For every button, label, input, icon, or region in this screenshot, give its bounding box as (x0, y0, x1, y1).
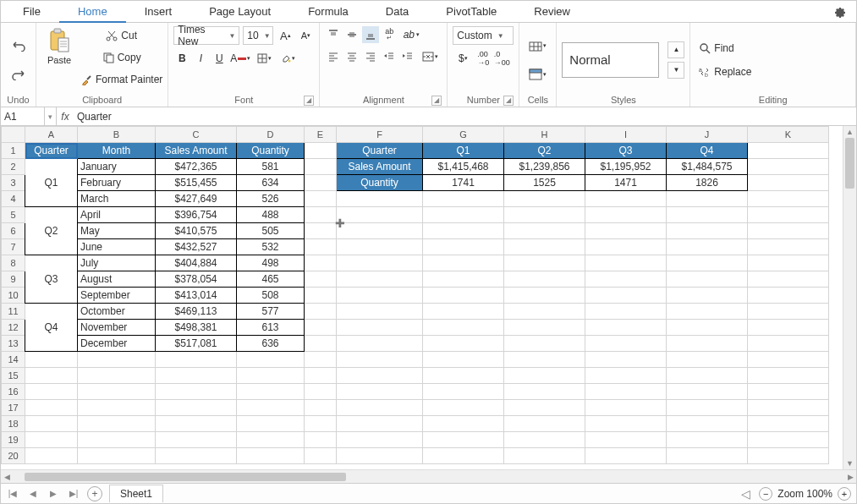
cell-D16[interactable] (237, 384, 305, 400)
cell-D7[interactable]: 532 (237, 239, 305, 255)
cell-I8[interactable] (585, 255, 667, 271)
vertical-scrollbar[interactable]: ▲ ▼ (843, 126, 856, 469)
cell-G4[interactable] (423, 191, 504, 207)
cell-D1[interactable]: Quantity (237, 143, 305, 159)
cell-F11[interactable] (337, 304, 423, 320)
cell-A19[interactable] (25, 432, 78, 448)
cell-B20[interactable] (78, 448, 156, 464)
cell-E16[interactable] (305, 384, 337, 400)
cell-F2[interactable]: Sales Amount (337, 159, 423, 175)
cell-C16[interactable] (156, 384, 237, 400)
cell-F13[interactable] (337, 336, 423, 352)
decrease-indent-icon[interactable] (381, 48, 398, 65)
cell-J3[interactable]: 1826 (667, 175, 748, 191)
cell-B17[interactable] (78, 400, 156, 416)
cell-K6[interactable] (748, 223, 829, 239)
fill-color-button[interactable]: ▾ (277, 50, 299, 67)
col-header-I[interactable]: I (585, 127, 667, 143)
wrap-text-icon[interactable]: ab↵ (381, 26, 398, 43)
cell-H2[interactable]: $1,239,856 (504, 159, 585, 175)
cell-D19[interactable] (237, 432, 305, 448)
menu-page-layout[interactable]: Page Layout (190, 1, 289, 23)
redo-button[interactable] (8, 64, 29, 85)
cell-D10[interactable]: 508 (237, 288, 305, 304)
formula-input[interactable]: Quarter (74, 107, 856, 126)
col-header-E[interactable]: E (305, 127, 337, 143)
cell-B13[interactable]: December (78, 336, 156, 352)
cell-A14[interactable] (25, 352, 78, 368)
cell-E8[interactable] (305, 255, 337, 271)
cell-G5[interactable] (423, 207, 504, 223)
cell-G18[interactable] (423, 416, 504, 432)
cell-C14[interactable] (156, 352, 237, 368)
row-header-19[interactable]: 19 (2, 432, 25, 448)
cell-I12[interactable] (585, 320, 667, 336)
cell-F17[interactable] (337, 400, 423, 416)
cell-H13[interactable] (504, 336, 585, 352)
cell-I20[interactable] (585, 448, 667, 464)
col-header-K[interactable]: K (748, 127, 829, 143)
row-header-7[interactable]: 7 (2, 239, 25, 255)
cell-C13[interactable]: $517,081 (156, 336, 237, 352)
vscroll-thumb[interactable] (845, 138, 854, 189)
cell-C9[interactable]: $378,054 (156, 271, 237, 288)
cell-D8[interactable]: 498 (237, 255, 305, 271)
cell-F8[interactable] (337, 255, 423, 271)
row-header-2[interactable]: 2 (2, 159, 25, 175)
cell-B9[interactable]: August (78, 271, 156, 288)
align-middle-icon[interactable] (343, 26, 360, 43)
number-format-select[interactable]: Custom▼ (453, 26, 514, 45)
cell-B19[interactable] (78, 432, 156, 448)
cell-J14[interactable] (667, 352, 748, 368)
cell-I7[interactable] (585, 239, 667, 255)
font-dialog-launcher[interactable]: ◢ (304, 96, 314, 106)
cell-J8[interactable] (667, 255, 748, 271)
cell-B5[interactable]: April (78, 207, 156, 223)
sheet-tab-1[interactable]: Sheet1 (109, 485, 163, 502)
cut-button[interactable]: Cut (80, 26, 162, 45)
cell-E4[interactable] (305, 191, 337, 207)
cell-D18[interactable] (237, 416, 305, 432)
alignment-dialog-launcher[interactable]: ◢ (431, 96, 442, 106)
cell-E20[interactable] (305, 448, 337, 464)
increase-indent-icon[interactable] (399, 48, 416, 65)
cell-K2[interactable] (748, 159, 829, 175)
cell-E15[interactable] (305, 368, 337, 384)
row-header-3[interactable]: 3 (2, 175, 25, 191)
cell-G11[interactable] (423, 304, 504, 320)
rtl-toggle-icon[interactable]: ◁ (739, 487, 752, 501)
cell-G6[interactable] (423, 223, 504, 239)
cell-I3[interactable]: 1471 (585, 175, 667, 191)
row-header-11[interactable]: 11 (2, 304, 25, 320)
cell-K9[interactable] (748, 271, 829, 288)
cell-H20[interactable] (504, 448, 585, 464)
cell-E2[interactable] (305, 159, 337, 175)
cell-E17[interactable] (305, 400, 337, 416)
cell-C17[interactable] (156, 400, 237, 416)
zoom-in-button[interactable]: + (838, 487, 851, 501)
orientation-icon[interactable]: ab▾ (399, 26, 423, 43)
cell-D9[interactable]: 465 (237, 271, 305, 288)
cell-K19[interactable] (748, 432, 829, 448)
cell-A8[interactable]: Q3 (25, 255, 78, 304)
cell-D20[interactable] (237, 448, 305, 464)
hscroll-thumb[interactable] (25, 473, 346, 481)
cell-A15[interactable] (25, 368, 78, 384)
cell-H4[interactable] (504, 191, 585, 207)
cell-F12[interactable] (337, 320, 423, 336)
cell-E19[interactable] (305, 432, 337, 448)
cell-F15[interactable] (337, 368, 423, 384)
cell-I5[interactable] (585, 207, 667, 223)
row-header-12[interactable]: 12 (2, 320, 25, 336)
cell-H8[interactable] (504, 255, 585, 271)
cell-D14[interactable] (237, 352, 305, 368)
cell-J4[interactable] (667, 191, 748, 207)
menu-insert[interactable]: Insert (126, 1, 191, 23)
cell-B10[interactable]: September (78, 288, 156, 304)
cell-J15[interactable] (667, 368, 748, 384)
cell-A1[interactable]: Quarter (25, 143, 78, 159)
find-button[interactable]: Find (695, 39, 737, 58)
cell-G2[interactable]: $1,415,468 (423, 159, 504, 175)
cell-I10[interactable] (585, 288, 667, 304)
cell-J16[interactable] (667, 384, 748, 400)
